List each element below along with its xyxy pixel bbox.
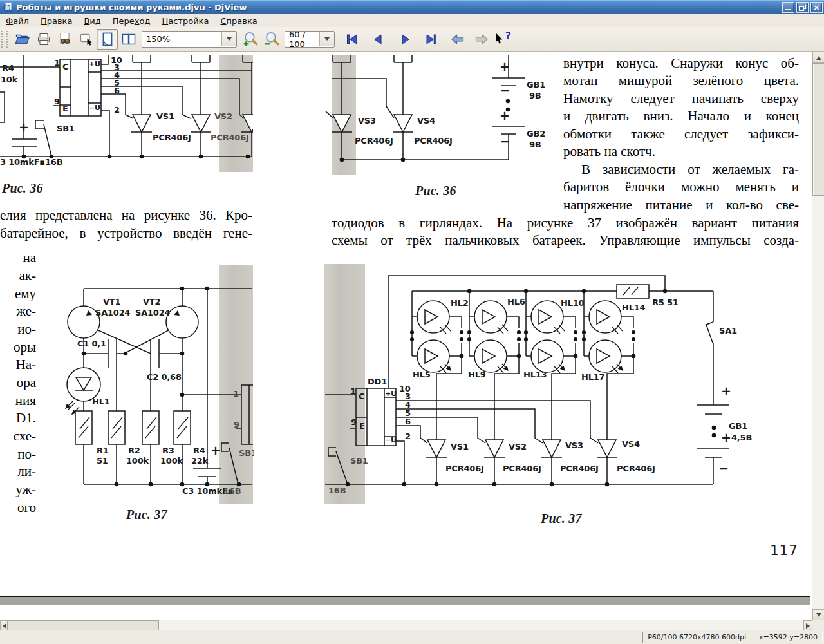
first-page-button[interactable]	[341, 29, 362, 50]
menu-view[interactable]: Вид	[78, 14, 106, 27]
help-question-glyph: ?	[505, 30, 511, 42]
print-button[interactable]	[33, 29, 54, 50]
scrollbar-corner	[812, 620, 824, 630]
cursor-coords-field: x=3592 y=2800	[754, 632, 823, 643]
next-page-icon	[397, 32, 413, 47]
vertical-scrollbar[interactable]	[812, 52, 824, 620]
find-button[interactable]	[54, 29, 75, 50]
back-button[interactable]	[447, 29, 468, 50]
toolbar: 150% 60 / 100	[0, 27, 824, 52]
status-bar: P60/100 6720x4780 600dpi x=3592 y=2800	[0, 630, 824, 644]
first-page-icon	[344, 32, 360, 47]
last-page-button[interactable]	[420, 29, 442, 50]
close-icon: ×	[813, 3, 820, 12]
zoom-out-button[interactable]	[261, 29, 282, 50]
djview-window: { "window": { "title": "Роботы и игрушки…	[0, 0, 824, 644]
minimize-button[interactable]	[782, 2, 794, 13]
forward-arrow-icon	[474, 32, 489, 47]
back-arrow-icon	[450, 32, 465, 47]
title-bar[interactable]: Роботы и игрушки своими руками.djvu - Dj…	[0, 0, 824, 14]
facing-pages-icon	[121, 32, 136, 47]
minimize-icon	[785, 9, 791, 10]
open-folder-icon	[14, 32, 30, 47]
zoom-dropdown-button[interactable]	[221, 32, 236, 46]
scroll-up-button[interactable]	[812, 52, 824, 63]
context-help-button[interactable]: ?	[492, 29, 513, 50]
menu-help[interactable]: Справка	[214, 14, 263, 27]
page-info-field: P60/100 6720x4780 600dpi	[642, 632, 751, 643]
find-in-document-icon	[57, 32, 73, 47]
previous-page-button[interactable]	[368, 29, 389, 50]
page-number-value: 60 / 100	[285, 30, 319, 49]
menu-settings[interactable]: Настройка	[156, 14, 214, 27]
zoom-in-button[interactable]	[239, 29, 261, 50]
select-area-icon	[79, 32, 94, 47]
restore-button[interactable]	[796, 2, 809, 13]
forward-button[interactable]	[471, 29, 492, 50]
next-page-button[interactable]	[394, 29, 415, 50]
open-button[interactable]	[12, 29, 33, 50]
arrow-down-icon	[816, 613, 821, 620]
schematic-figures	[0, 52, 812, 620]
djview-app-icon	[3, 2, 13, 12]
select-button[interactable]	[75, 29, 97, 50]
zoom-combobox[interactable]: 150%	[142, 31, 237, 48]
page-number-combobox[interactable]: 60 / 100	[285, 31, 335, 48]
printer-icon	[36, 32, 52, 47]
zoom-out-icon	[263, 31, 280, 48]
menu-file[interactable]: Файл	[0, 14, 35, 27]
previous-page-icon	[371, 32, 386, 47]
horizontal-scrollbar[interactable]	[0, 620, 812, 630]
last-page-icon	[424, 32, 439, 47]
single-page-icon	[100, 32, 115, 47]
document-viewport[interactable]: R410k1C9E+U−U1034562+SB1VS1PCR406JVS2PCR…	[0, 52, 812, 620]
menu-edit[interactable]: Правка	[35, 14, 78, 27]
close-button[interactable]: ×	[810, 2, 823, 13]
zoom-in-icon	[242, 31, 259, 48]
window-title: Роботы и игрушки своими руками.djvu - Dj…	[16, 3, 247, 12]
chevron-down-icon	[324, 37, 330, 43]
single-page-layout-button[interactable]	[97, 29, 118, 50]
menu-bar: Файл Правка Вид Переход Настройка Справк…	[0, 14, 824, 28]
arrow-right-icon	[806, 623, 812, 629]
arrow-left-icon	[0, 623, 6, 629]
chevron-down-icon	[227, 37, 232, 43]
zoom-value: 150%	[142, 34, 221, 44]
menu-goto[interactable]: Переход	[107, 14, 156, 27]
arrow-up-icon	[816, 53, 821, 60]
toolbar-drag-handle[interactable]	[1, 31, 8, 48]
page-dropdown-button[interactable]	[319, 32, 334, 46]
facing-pages-layout-button[interactable]	[118, 29, 139, 50]
vertical-scrollbar-thumb[interactable]	[812, 63, 824, 196]
